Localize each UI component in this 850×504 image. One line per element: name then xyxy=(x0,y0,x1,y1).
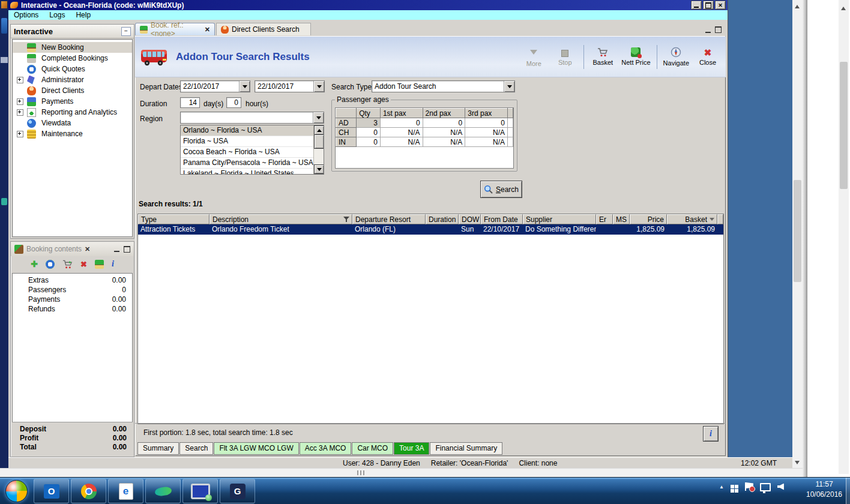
viewer-horizontal-scrollbar[interactable] xyxy=(0,468,803,477)
pax-cell[interactable]: N/A xyxy=(380,128,423,137)
nett-price-button[interactable]: Nett Price xyxy=(618,41,653,73)
title-bar[interactable]: Interactive - Ocean-Florida (code: wMiK9… xyxy=(8,0,728,10)
taskbar-item-chrome[interactable] xyxy=(71,479,106,503)
maximize-document-icon[interactable] xyxy=(715,26,722,33)
tab-search[interactable]: Search xyxy=(179,442,213,455)
scrollbar-thumb[interactable] xyxy=(840,62,848,189)
expand-plus-icon[interactable] xyxy=(17,109,23,116)
windows-logo-icon[interactable] xyxy=(731,485,734,488)
menu-logs[interactable]: Logs xyxy=(44,11,70,19)
minimize-panel-icon[interactable] xyxy=(114,246,119,252)
region-option[interactable]: Florida ~ USA xyxy=(181,136,314,147)
filter-funnel-icon[interactable] xyxy=(343,217,349,223)
column-header[interactable]: Basket xyxy=(667,214,717,224)
info-button[interactable]: i xyxy=(703,426,719,442)
dropdown-arrow-icon[interactable] xyxy=(239,81,250,92)
column-header[interactable]: Supplier xyxy=(523,214,596,224)
sidebar-item-payments[interactable]: Payments xyxy=(13,96,132,107)
dropdown-arrow-icon[interactable] xyxy=(504,81,514,92)
delete-icon[interactable]: ✖ xyxy=(80,260,87,268)
hidden-icons-arrow-icon[interactable]: ▲ xyxy=(719,484,724,490)
palm-tree-icon[interactable] xyxy=(95,260,104,269)
action-center-flag-icon[interactable] xyxy=(745,482,753,491)
taskbar-item-g-app[interactable]: G xyxy=(220,479,255,503)
scrollbar-thumb[interactable] xyxy=(794,180,801,282)
sidebar-item-reporting-and-analytics[interactable]: Reporting and Analytics xyxy=(13,107,132,118)
info-icon[interactable]: i xyxy=(112,259,114,269)
menu-options[interactable]: Options xyxy=(8,11,44,19)
background-window-scrollbar[interactable] xyxy=(839,0,849,474)
region-option[interactable]: Lakeland ~ Florida ~ United States xyxy=(181,169,314,175)
sidebar-item-new-booking[interactable]: New Booking xyxy=(13,42,132,53)
collapse-panel-button[interactable]: − xyxy=(121,27,131,36)
sidebar-item-maintenance[interactable]: Maintenance xyxy=(13,128,132,139)
start-button[interactable] xyxy=(5,480,28,502)
taskbar-item-internet-explorer[interactable]: e xyxy=(108,479,143,503)
menu-help[interactable]: Help xyxy=(70,11,96,19)
basket-button[interactable]: Basket xyxy=(587,41,618,73)
speaker-icon[interactable] xyxy=(777,484,784,490)
pax-cell[interactable]: 0 xyxy=(380,118,423,128)
scroll-up-arrow-icon[interactable] xyxy=(314,125,324,135)
scroll-down-arrow-icon[interactable] xyxy=(314,164,324,174)
tab-direct-clients-search[interactable]: Direct Clients Search xyxy=(216,23,311,35)
sidebar-item-administrator[interactable]: Administrator xyxy=(13,74,132,85)
scroll-up-arrow-icon[interactable] xyxy=(795,2,800,8)
tab-flight[interactable]: Flt 3A LGW MCO LGW xyxy=(214,442,298,455)
pax-cell[interactable]: 0 xyxy=(465,118,508,128)
list-item[interactable]: Payments 0.00 xyxy=(13,295,132,304)
maximize-panel-icon[interactable] xyxy=(124,246,130,253)
search-button[interactable]: Search xyxy=(480,181,522,198)
sidebar-item-viewdata[interactable]: Viewdata xyxy=(13,118,132,128)
scroll-up-arrow-icon[interactable] xyxy=(841,4,846,10)
pax-cell[interactable]: 0 xyxy=(357,137,381,147)
scroll-down-arrow-icon[interactable] xyxy=(795,461,800,467)
depart-date-from-dropdown[interactable]: 22/10/2017 xyxy=(180,80,250,92)
tab-car[interactable]: Car MCO xyxy=(352,442,393,455)
tab-summary[interactable]: Summary xyxy=(137,442,179,455)
result-row-selected[interactable]: Attraction Tickets Orlando Freedom Ticke… xyxy=(138,224,723,235)
scrollbar-thumb[interactable] xyxy=(314,134,324,149)
region-listbox[interactable]: Orlando ~ Florida ~ USA Florida ~ USA Co… xyxy=(180,125,324,175)
viewer-vertical-scrollbar[interactable] xyxy=(792,0,803,468)
column-header[interactable]: Type xyxy=(138,214,209,224)
network-icon[interactable] xyxy=(760,483,771,491)
pax-cell[interactable] xyxy=(508,128,513,137)
pax-cell[interactable]: N/A xyxy=(465,128,508,137)
region-option[interactable]: Orlando ~ Florida ~ USA xyxy=(181,125,314,136)
close-button[interactable]: ✕ xyxy=(715,1,726,10)
taskbar-item-remote-desktop[interactable] xyxy=(182,479,218,503)
scrollbar-grip[interactable] xyxy=(357,470,366,475)
sidebar-item-quick-quotes[interactable]: Quick Quotes xyxy=(13,64,132,74)
pax-cell[interactable]: N/A xyxy=(465,137,508,147)
pax-cell[interactable]: N/A xyxy=(423,137,465,147)
column-header[interactable]: Price xyxy=(630,214,667,224)
column-header[interactable]: Duration xyxy=(426,214,459,224)
column-header[interactable]: MS xyxy=(613,214,630,224)
pax-cell[interactable]: 3 xyxy=(357,118,381,128)
column-header[interactable]: Description xyxy=(209,214,352,224)
close-tab-icon[interactable]: ✕ xyxy=(205,26,210,34)
list-item[interactable]: Refunds 0.00 xyxy=(13,304,132,314)
sidebar-item-direct-clients[interactable]: Direct Clients xyxy=(13,85,132,96)
pax-cell[interactable]: 0 xyxy=(423,118,465,128)
move-to-basket-icon[interactable] xyxy=(62,259,73,269)
history-clock-icon[interactable] xyxy=(46,260,55,269)
tab-financial-summary[interactable]: Financial Summary xyxy=(430,442,502,455)
list-item[interactable]: Extras 0.00 xyxy=(13,275,132,285)
dropdown-arrow-icon[interactable] xyxy=(313,81,324,92)
expand-plus-icon[interactable] xyxy=(17,98,23,105)
duration-hours-input[interactable]: 0 xyxy=(226,97,241,108)
pax-cell[interactable] xyxy=(508,118,513,128)
column-header[interactable]: Er xyxy=(596,214,613,224)
tab-booking-ref[interactable]: Book. ref.: <none> ✕ xyxy=(135,23,215,35)
depart-date-to-dropdown[interactable]: 22/10/2017 xyxy=(255,80,325,92)
column-header[interactable]: From Date xyxy=(481,214,523,224)
minimize-button[interactable] xyxy=(691,1,702,10)
list-item[interactable]: Passengers 0 xyxy=(13,285,132,295)
show-desktop-button[interactable] xyxy=(846,478,850,504)
pax-cell[interactable]: N/A xyxy=(380,137,423,147)
duration-days-input[interactable]: 14 xyxy=(180,97,200,108)
region-option[interactable]: Cocoa Beach ~ Florida ~ USA xyxy=(181,147,314,158)
tab-tour[interactable]: Tour 3A xyxy=(394,442,429,455)
